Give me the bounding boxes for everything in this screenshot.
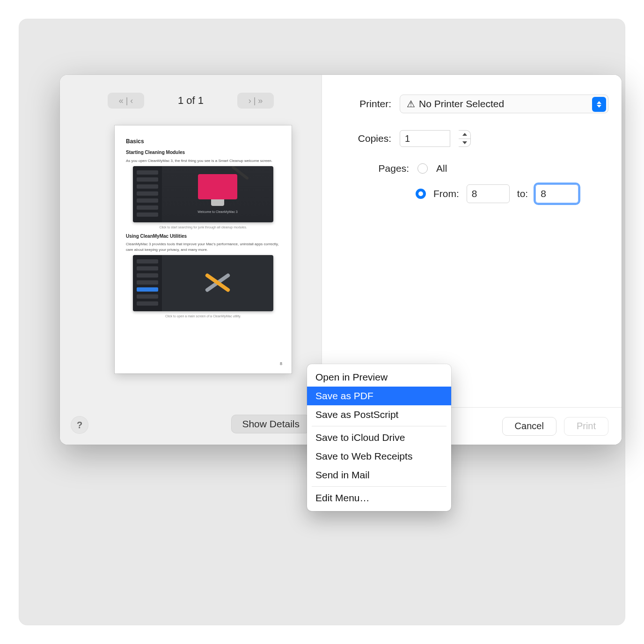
menu-send-in-mail[interactable]: Send in Mail bbox=[307, 466, 451, 484]
warning-icon: ⚠︎ bbox=[407, 98, 415, 110]
menu-edit[interactable]: Edit Menu… bbox=[307, 489, 451, 507]
menu-save-postscript[interactable]: Save as PostScript bbox=[307, 405, 451, 424]
thumb-section1-title: Starting Cleaning Modules bbox=[126, 149, 280, 156]
print-button[interactable]: Print bbox=[564, 417, 608, 436]
thumb-screenshot-1: Welcome to CleanMyMac 3 bbox=[133, 166, 273, 222]
menu-save-as-pdf[interactable]: Save as PDF bbox=[307, 387, 451, 405]
preview-pane: « | ‹ 1 of 1 › | » Basics Starting Clean… bbox=[60, 75, 322, 445]
pdf-dropdown-menu: Open in Preview Save as PDF Save as Post… bbox=[307, 364, 451, 511]
copies-stepper[interactable] bbox=[459, 130, 471, 147]
printer-select[interactable]: ⚠︎ No Printer Selected bbox=[400, 95, 608, 113]
copies-input[interactable]: 1 bbox=[400, 130, 450, 147]
printer-value: No Printer Selected bbox=[419, 98, 504, 110]
thumb-page-number: 8 bbox=[280, 361, 282, 366]
thumb-section1-text: As you open CleanMyMac 3, the first thin… bbox=[126, 158, 280, 164]
menu-separator bbox=[312, 426, 446, 426]
help-icon: ? bbox=[77, 420, 82, 431]
cancel-button[interactable]: Cancel bbox=[502, 417, 556, 436]
next-page-button[interactable]: › | » bbox=[237, 93, 274, 109]
pages-from-input[interactable]: 8 bbox=[467, 184, 510, 203]
page-thumbnail: Basics Starting Cleaning Modules As you … bbox=[115, 125, 292, 373]
chevrons-left-icon: « | ‹ bbox=[119, 96, 133, 106]
show-details-button[interactable]: Show Details bbox=[231, 415, 310, 433]
menu-separator-2 bbox=[312, 486, 446, 487]
pages-all-radio[interactable] bbox=[417, 163, 428, 174]
pages-from-label: From: bbox=[433, 188, 459, 199]
pages-to-label: to: bbox=[517, 188, 528, 199]
thumb-section2-text: CleanMyMac 3 provides tools that improve… bbox=[126, 242, 280, 252]
menu-save-icloud[interactable]: Save to iCloud Drive bbox=[307, 428, 451, 447]
menu-save-web-receipts[interactable]: Save to Web Receipts bbox=[307, 447, 451, 466]
help-button[interactable]: ? bbox=[71, 417, 88, 433]
prev-page-button[interactable]: « | ‹ bbox=[108, 93, 144, 109]
thumb-section2-title: Using CleanMyMac Utilities bbox=[126, 233, 280, 240]
menu-open-preview[interactable]: Open in Preview bbox=[307, 368, 451, 387]
page-indicator: 1 of 1 bbox=[178, 95, 204, 107]
chevrons-right-icon: › | » bbox=[249, 96, 263, 106]
stepper-down-icon[interactable] bbox=[459, 139, 470, 147]
thumb-screenshot-2 bbox=[133, 255, 273, 311]
printer-label: Printer: bbox=[339, 98, 391, 110]
thumb-heading: Basics bbox=[126, 138, 280, 146]
pages-label: Pages: bbox=[357, 163, 409, 174]
copies-label: Copies: bbox=[339, 133, 391, 144]
stepper-up-icon[interactable] bbox=[459, 131, 470, 139]
pages-all-label: All bbox=[436, 163, 447, 174]
select-arrows-icon bbox=[592, 97, 606, 112]
pages-to-input[interactable]: 8 bbox=[535, 184, 578, 203]
window-backdrop: « | ‹ 1 of 1 › | » Basics Starting Clean… bbox=[19, 19, 625, 625]
pages-from-radio[interactable] bbox=[416, 189, 426, 199]
